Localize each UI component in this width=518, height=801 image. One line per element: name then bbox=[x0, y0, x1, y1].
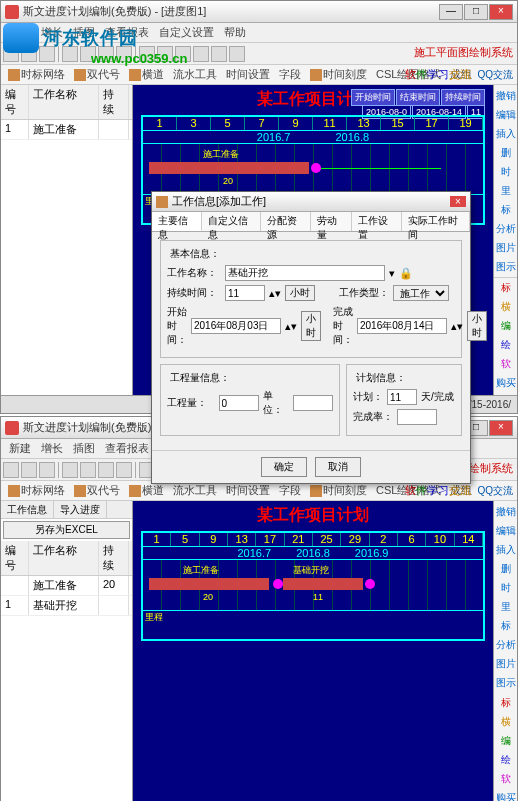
tool-icon[interactable] bbox=[211, 46, 227, 62]
rp-tool[interactable]: 图示 bbox=[494, 258, 517, 276]
rp-tool[interactable]: 里 bbox=[494, 182, 517, 200]
gantt-node[interactable] bbox=[311, 163, 321, 173]
close-button[interactable]: × bbox=[489, 420, 513, 436]
dialog-tab[interactable]: 实际工作时间 bbox=[402, 212, 470, 231]
plan-input[interactable] bbox=[387, 389, 417, 405]
rp-color[interactable]: 标 bbox=[494, 694, 517, 712]
rp-tool[interactable]: 撤销 bbox=[494, 503, 517, 521]
rp-tool[interactable]: 里 bbox=[494, 598, 517, 616]
dropdown-icon[interactable]: ▾ bbox=[389, 267, 395, 280]
rp-tool[interactable]: 图片 bbox=[494, 239, 517, 257]
menu-item[interactable]: 帮助 bbox=[220, 25, 250, 40]
gantt-bar[interactable] bbox=[149, 578, 269, 590]
start-input[interactable] bbox=[191, 318, 281, 334]
titlebar[interactable]: 斯文进度计划编制(免费版) - [进度图1] — □ × bbox=[1, 1, 517, 23]
rp-tool[interactable]: 编辑 bbox=[494, 522, 517, 540]
rp-tool[interactable]: 编辑 bbox=[494, 106, 517, 124]
rp-tool[interactable]: 插入 bbox=[494, 541, 517, 559]
rp-tool[interactable]: 标 bbox=[494, 201, 517, 219]
pane-tab[interactable]: 工作信息 bbox=[1, 501, 54, 518]
rp-tool[interactable]: 标 bbox=[494, 617, 517, 635]
export-excel-button[interactable]: 另存为EXCEL bbox=[3, 521, 130, 539]
rp-tool[interactable]: 图片 bbox=[494, 655, 517, 673]
maximize-button[interactable]: □ bbox=[464, 4, 488, 20]
end-input[interactable] bbox=[357, 318, 447, 334]
dialog-tab[interactable]: 工作设置 bbox=[352, 212, 402, 231]
rp-tool[interactable]: 分析 bbox=[494, 220, 517, 238]
hour-button[interactable]: 小时 bbox=[467, 311, 487, 341]
tb-item[interactable]: 双代号 bbox=[71, 483, 123, 498]
tb-item[interactable]: 横道 bbox=[126, 67, 167, 82]
tb-item[interactable]: 时标网络 bbox=[5, 483, 68, 498]
menu-item[interactable]: 新建 bbox=[5, 441, 35, 456]
gantt-body[interactable]: 施工准备 20 bbox=[143, 144, 483, 194]
rp-tool[interactable]: 图示 bbox=[494, 674, 517, 692]
dur-input[interactable] bbox=[225, 285, 265, 301]
rp-tool[interactable]: 时 bbox=[494, 579, 517, 597]
dialog-tab[interactable]: 劳动量 bbox=[311, 212, 352, 231]
banner-mix[interactable]: 软件学习交流 bbox=[405, 67, 471, 82]
banner-mix[interactable]: 软件学习交流 bbox=[405, 483, 471, 498]
tool-icon[interactable] bbox=[21, 462, 37, 478]
task-row[interactable]: 1 施工准备 bbox=[1, 120, 132, 140]
tb-item[interactable]: 字段 bbox=[276, 67, 304, 82]
task-row[interactable]: 1 基础开挖 bbox=[1, 596, 132, 616]
gantt-node[interactable] bbox=[273, 579, 283, 589]
close-button[interactable]: × bbox=[489, 4, 513, 20]
tb-item[interactable]: 流水工具 bbox=[170, 483, 220, 498]
spinner-icon[interactable]: ▴▾ bbox=[269, 287, 281, 300]
qty-input[interactable] bbox=[219, 395, 259, 411]
rate-input[interactable] bbox=[397, 409, 437, 425]
gantt-bar[interactable] bbox=[149, 162, 309, 174]
tool-icon[interactable] bbox=[62, 462, 78, 478]
rp-tool[interactable]: 删 bbox=[494, 560, 517, 578]
gantt-canvas[interactable]: 某工作项目计划 1591317212529261014 2016.7 2016.… bbox=[133, 501, 493, 801]
rp-color[interactable]: 标 bbox=[494, 279, 517, 297]
lock-icon[interactable]: 🔒 bbox=[399, 267, 413, 280]
hour-button[interactable]: 小时 bbox=[301, 311, 321, 341]
tb-item[interactable]: 时标网络 bbox=[5, 67, 68, 82]
tool-icon[interactable] bbox=[39, 462, 55, 478]
menu-item[interactable]: 查看报表 bbox=[101, 441, 153, 456]
tool-icon[interactable] bbox=[80, 462, 96, 478]
tool-icon[interactable] bbox=[116, 462, 132, 478]
name-input[interactable] bbox=[225, 265, 385, 281]
tool-icon[interactable] bbox=[193, 46, 209, 62]
banner-text[interactable]: 施工平面图绘制系统 bbox=[414, 45, 513, 60]
menu-item[interactable]: 插图 bbox=[69, 441, 99, 456]
qq-link[interactable]: QQ交流 bbox=[477, 68, 513, 82]
tb-item[interactable]: 流水工具 bbox=[170, 67, 220, 82]
gantt-node[interactable] bbox=[365, 579, 375, 589]
rp-buy[interactable]: 购买 bbox=[494, 374, 517, 392]
dialog-tab[interactable]: 自定义信息 bbox=[202, 212, 261, 231]
tb-item[interactable]: 字段 bbox=[276, 483, 304, 498]
tb-item[interactable]: 时间设置 bbox=[223, 483, 273, 498]
pane-tab[interactable]: 导入进度 bbox=[54, 501, 107, 518]
gantt-bar[interactable] bbox=[283, 578, 363, 590]
dialog-close-button[interactable]: × bbox=[450, 196, 466, 207]
tool-icon[interactable] bbox=[229, 46, 245, 62]
tb-item[interactable]: 时间刻度 bbox=[307, 67, 370, 82]
rp-color[interactable]: 软 bbox=[494, 355, 517, 373]
minimize-button[interactable]: — bbox=[439, 4, 463, 20]
qq-link[interactable]: QQ交流 bbox=[477, 484, 513, 498]
tool-icon[interactable] bbox=[98, 462, 114, 478]
unit-input[interactable] bbox=[293, 395, 333, 411]
rp-color[interactable]: 横 bbox=[494, 713, 517, 731]
ok-button[interactable]: 确定 bbox=[261, 457, 307, 477]
rp-tool[interactable]: 撤销 bbox=[494, 87, 517, 105]
rp-tool[interactable]: 插入 bbox=[494, 125, 517, 143]
gantt-body[interactable]: 施工准备 20 基础开挖 11 bbox=[143, 560, 483, 610]
rp-color[interactable]: 横 bbox=[494, 298, 517, 316]
rp-tool[interactable]: 删 bbox=[494, 144, 517, 162]
spinner-icon[interactable]: ▴▾ bbox=[451, 320, 463, 333]
cancel-button[interactable]: 取消 bbox=[315, 457, 361, 477]
tool-icon[interactable] bbox=[3, 462, 19, 478]
tb-item[interactable]: 时间设置 bbox=[223, 67, 273, 82]
type-select[interactable]: 施工作 bbox=[393, 285, 449, 301]
spinner-icon[interactable]: ▴▾ bbox=[285, 320, 297, 333]
tb-item[interactable]: 横道 bbox=[126, 483, 167, 498]
rp-color[interactable]: 软 bbox=[494, 770, 517, 788]
task-row[interactable]: 施工准备 20 bbox=[1, 576, 132, 596]
rp-color[interactable]: 绘 bbox=[494, 336, 517, 354]
